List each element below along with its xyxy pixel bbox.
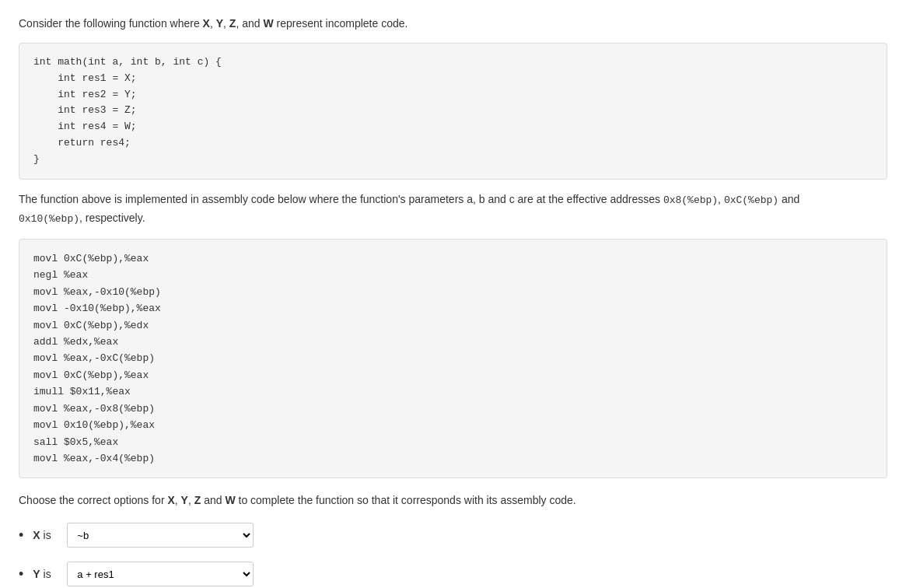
- function-code-block: int math(int a, int b, int c) { int res1…: [19, 43, 887, 180]
- intro-text: Consider the following function where X,…: [19, 16, 887, 32]
- assembly-code-block: movl 0xC(%ebp),%eax negl %eax movl %eax,…: [19, 239, 887, 479]
- label-x: X is: [33, 529, 61, 541]
- option-x-row: • X is ~b -b b a c a + b a - b: [19, 523, 887, 548]
- description-text: The function above is implemented in ass…: [19, 191, 887, 228]
- label-y: Y is: [33, 568, 61, 580]
- select-x[interactable]: ~b -b b a c a + b a - b: [67, 523, 254, 548]
- select-y[interactable]: a + res1 b + res1 a - b a + b res1 - a: [67, 562, 254, 586]
- addr2: 0xC(%ebp): [724, 194, 778, 206]
- addr3: 0x10(%ebp): [19, 213, 79, 225]
- bullet-y: •: [19, 566, 23, 583]
- choose-text: Choose the correct options for X, Y, Z a…: [19, 492, 887, 509]
- option-y-row: • Y is a + res1 b + res1 a - b a + b res…: [19, 562, 887, 586]
- addr1: 0x8(%ebp): [663, 194, 718, 206]
- bullet-x: •: [19, 527, 23, 544]
